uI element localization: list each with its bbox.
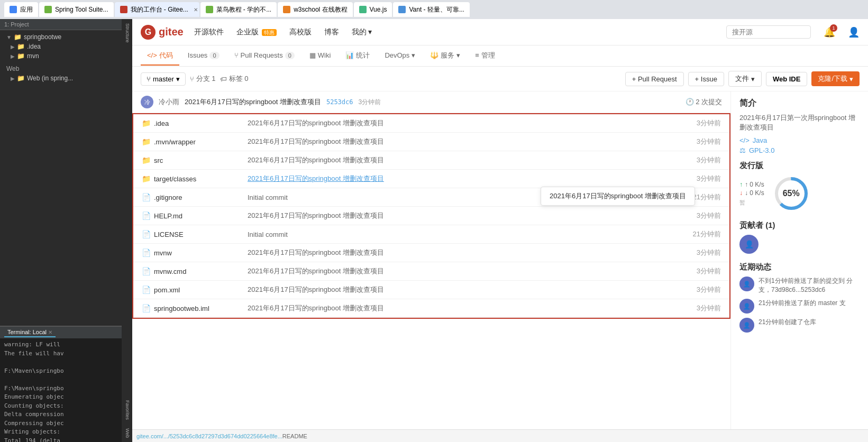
tab-stats[interactable]: 📊 统计: [339, 47, 376, 66]
tab-manage[interactable]: ≡ 管理: [469, 47, 501, 66]
tab-pr-icon: ⑂: [234, 51, 239, 59]
terminal-body[interactable]: warning: LF will The file will hav F:\Ma…: [0, 338, 122, 442]
terminal-close-icon[interactable]: ✕: [48, 329, 52, 335]
clone-button[interactable]: 克隆/下载 ▾: [811, 71, 860, 86]
file-name[interactable]: 📄 springbootweb.iml: [142, 304, 231, 312]
tree-item-idea[interactable]: ▶ 📁 .idea: [0, 42, 122, 51]
web-ide-button[interactable]: Web IDE: [766, 72, 808, 86]
tab-devops-label: DevOps: [385, 51, 409, 59]
file-time: 3分钟前: [618, 281, 729, 299]
status-url: gitee.com/.../5253dc6c8d27297d3d674dd022…: [136, 433, 282, 439]
commit-hash[interactable]: 5253dc6: [326, 98, 353, 106]
tree-item-web-spring[interactable]: ▶ 📁 Web (in spring...: [0, 73, 122, 83]
file-name[interactable]: 📄 HELP.md: [142, 211, 231, 220]
tab-label: Vue.js: [370, 6, 387, 13]
terminal-line: The file will hav: [4, 349, 117, 358]
tab-issues[interactable]: Issues 0: [181, 47, 226, 65]
recent-section: 近期动态 👤 不到1分钟前推送了新的提交到 分支，73d98c6...5253d…: [739, 262, 860, 333]
file-commit-link[interactable]: 2021年6月17日写的springboot 增删改查项目: [248, 174, 384, 182]
nav-mine[interactable]: 我的 ▾: [350, 27, 374, 37]
tree-item-mvn[interactable]: ▶ 📁 mvn: [0, 51, 122, 61]
strip-structure[interactable]: Structure: [123, 21, 131, 45]
tab-code[interactable]: </> 代码: [141, 47, 179, 66]
strip-favorites[interactable]: Favorites: [123, 398, 131, 422]
terminal-tab-local[interactable]: Terminal: Local ✕: [4, 328, 56, 337]
tab-runoob[interactable]: 菜鸟教程 - 学的不...: [200, 2, 277, 17]
tab-vue[interactable]: Vue.js: [354, 2, 392, 17]
content-area: 冷 冷小雨 2021年6月17日写的springboot 增删改查项目 5253…: [132, 91, 868, 429]
nav-campus[interactable]: 高校版: [287, 27, 314, 37]
tab-stats-label: 统计: [356, 51, 370, 60]
strip-web[interactable]: Web: [123, 426, 131, 440]
root-label: springbootwe: [24, 33, 61, 41]
down-arrow-icon: ↓: [739, 189, 743, 197]
file-name[interactable]: 📁 target/classes: [142, 174, 231, 183]
tree-item-web[interactable]: Web: [0, 61, 122, 73]
file-name[interactable]: 📁 .idea: [142, 119, 231, 127]
file-name[interactable]: 📄 mvnw.cmd: [142, 267, 231, 275]
license-label: GPL-3.0: [749, 146, 774, 154]
file-time: 3分钟前: [618, 114, 729, 133]
table-row: 📄 mvnw.cmd 2021年6月17日写的springboot 增删改查项目…: [133, 262, 729, 281]
repo-sidebar: 简介 2021年6月17日第一次用springboot 增删改查项目 </> J…: [730, 91, 868, 429]
nav-user-icon[interactable]: 👤: [848, 26, 860, 38]
terminal-line: [4, 358, 117, 367]
issue-button[interactable]: + Issue: [688, 72, 724, 86]
file-name[interactable]: 📄 pom.xml: [142, 286, 231, 294]
ide-sidebar-header: 1: Project: [0, 19, 122, 30]
file-time: 3分钟前: [618, 244, 729, 262]
nav-search-input[interactable]: [726, 25, 811, 39]
release-percent-label: 65%: [783, 189, 800, 198]
file-commit-msg: 2021年6月17日写的springboot 增删改查项目: [248, 286, 384, 293]
recent-item-text: 21分钟前创建了仓库: [759, 318, 816, 327]
nav-blog[interactable]: 博客: [322, 27, 341, 37]
file-name[interactable]: 📄 LICENSE: [142, 230, 231, 238]
tree-item-root[interactable]: ▼ 📁 springbootwe: [0, 32, 122, 42]
file-commit-msg: 2021年6月17日写的springboot 增删改查项目: [248, 211, 384, 219]
tab-manage-icon: ≡: [475, 51, 479, 59]
lang-meta: </> Java: [739, 136, 860, 144]
tab-code-icon: </>: [147, 51, 157, 59]
gitee-logo-icon: G: [141, 25, 156, 40]
table-row: 📄 LICENSE Initial commit 21分钟前: [133, 225, 729, 244]
tab-spring[interactable]: Spring Tool Suite...: [39, 2, 114, 17]
ide-sidebar: 1: Project ▼ 📁 springbootwe ▶ 📁 .idea ▶ …: [0, 19, 122, 442]
gitee-logo[interactable]: G gitee: [141, 25, 184, 40]
file-name[interactable]: 📁 .mvn/wrapper: [142, 137, 231, 146]
tab-pr[interactable]: ⑂ Pull Requests 0: [228, 47, 301, 65]
file-name[interactable]: 📄 mvnw: [142, 248, 231, 257]
tab-wiki[interactable]: ▦ Wiki: [303, 47, 337, 65]
file-label: target/classes: [154, 175, 196, 183]
contributor-avatar[interactable]: 👤: [739, 235, 759, 254]
file-button[interactable]: 文件 ▾: [728, 71, 762, 87]
file-icon: 📄: [142, 230, 151, 238]
tab-apps[interactable]: 应用: [4, 2, 38, 17]
tab-services[interactable]: 🔱 服务 ▾: [424, 47, 467, 66]
nav-opensource[interactable]: 开源软件: [192, 27, 226, 37]
tab-stats-icon: 📊: [345, 51, 354, 59]
file-icon: 📄: [142, 193, 151, 201]
terminal-line: Delta compression: [4, 410, 117, 419]
file-name[interactable]: 📁 src: [142, 156, 231, 164]
arrow-icon: ▼: [6, 34, 12, 40]
file-name[interactable]: 📄 .gitignore: [142, 193, 231, 201]
contributors-section: 贡献者 (1) 👤: [739, 220, 860, 254]
tab-devops[interactable]: DevOps ▾: [378, 47, 422, 65]
nav-enterprise[interactable]: 企业版 特惠: [234, 27, 279, 37]
tab-gitee[interactable]: 我的工作台 - Gitee... ✕: [115, 2, 199, 17]
file-time: 3分钟前: [618, 299, 729, 318]
tab-w3school[interactable]: w3school 在线教程: [278, 2, 352, 17]
tab-vant[interactable]: Vant - 轻量、可靠...: [393, 2, 469, 17]
recent-title: 近期动态: [739, 262, 860, 272]
tab-icon: [398, 6, 406, 13]
recent-avatar: 👤: [739, 299, 754, 314]
nav-bell[interactable]: 🔔 1: [824, 26, 835, 38]
intro-title: 简介: [739, 98, 860, 109]
file-label: .mvn/wrapper: [154, 138, 196, 146]
folder-icon: 📁: [142, 119, 151, 127]
pull-request-button[interactable]: + Pull Request: [625, 72, 684, 86]
lang-label: Java: [753, 136, 767, 144]
branch-button[interactable]: ⑂ master ▾: [141, 72, 186, 86]
tab-close-icon[interactable]: ✕: [194, 7, 198, 13]
folder-icon: 📁: [17, 43, 25, 50]
